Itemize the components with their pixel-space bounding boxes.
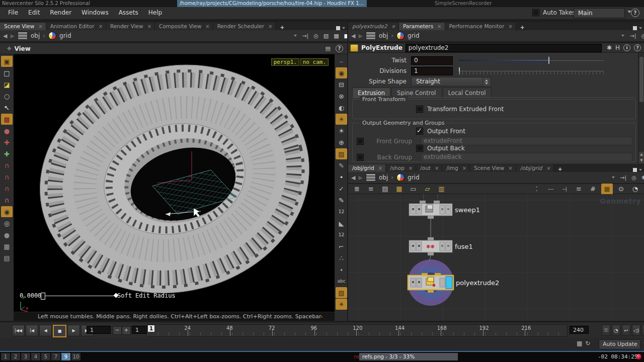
headlight-icon[interactable]: ☀: [336, 125, 347, 136]
layout-nodes-icon[interactable]: ≡: [573, 184, 585, 195]
back-icon[interactable]: ◀: [351, 174, 355, 181]
workspace-button-10[interactable]: 10: [71, 353, 80, 360]
node-fuse1[interactable]: ✱✱ fuse1: [409, 237, 473, 255]
close-tab-icon[interactable]: ×: [462, 164, 466, 172]
menu-assets[interactable]: Assets: [119, 9, 138, 16]
stop-button[interactable]: ■: [53, 325, 66, 337]
jump-to-start-button[interactable]: |◀◀: [12, 325, 25, 336]
grid-snap-icon[interactable]: #: [587, 184, 599, 195]
menu-edit[interactable]: Edit: [28, 9, 40, 16]
taskbar-window-button[interactable]: refs.png - 3/3 - 33%: [359, 353, 458, 360]
breadcrumb-obj[interactable]: obj: [31, 32, 40, 39]
breadcrumb-obj[interactable]: obj: [379, 174, 388, 181]
layout-options-icon[interactable]: ▤: [325, 45, 332, 52]
grid-node-icon[interactable]: [396, 32, 405, 40]
workspace-button-5[interactable]: 5: [41, 353, 50, 360]
take-selector[interactable]: Main: [574, 8, 625, 18]
light-off-icon[interactable]: ⊗: [336, 90, 347, 102]
snap-grid-tool-icon[interactable]: ∩: [1, 160, 13, 171]
menu-file[interactable]: File: [8, 9, 18, 16]
pen-display-icon[interactable]: ✎: [336, 195, 347, 206]
auto-takes-checkbox[interactable]: [532, 9, 539, 16]
pane-menu-icon[interactable]: [639, 169, 642, 171]
obj-context-icon[interactable]: [366, 32, 376, 40]
divisions-slider[interactable]: [459, 67, 604, 74]
snap-magnet-tool-icon[interactable]: ∩: [1, 195, 13, 206]
new-tab-button[interactable]: +: [276, 24, 288, 30]
back-group-enable-checkbox[interactable]: [357, 154, 364, 161]
workspace-button-3[interactable]: 3: [21, 353, 30, 360]
select-arrow-tool-icon[interactable]: ↖: [1, 102, 13, 113]
forward-icon[interactable]: ▶: [10, 33, 14, 39]
twist-slider[interactable]: [459, 57, 604, 64]
pane-maximize-icon[interactable]: [633, 168, 637, 172]
pane-maximize-icon[interactable]: [336, 26, 340, 30]
visibility-eye-icon[interactable]: ◉: [336, 67, 347, 78]
image-plane-icon[interactable]: ▧: [336, 287, 347, 298]
output-front-row[interactable]: Output Front: [416, 128, 465, 135]
viewport-3d[interactable]: persp1. no cam. 0.0000 Soft Edit Radius …: [14, 54, 335, 312]
pane-maximize-icon[interactable]: [633, 26, 637, 30]
move-tool-icon[interactable]: ✚: [1, 148, 13, 159]
group-select-icon[interactable]: ∴: [336, 252, 347, 263]
forward-icon[interactable]: ▶: [358, 174, 362, 181]
workspace-button-7[interactable]: 7: [51, 353, 60, 360]
output-back-row[interactable]: Output Back: [416, 145, 465, 152]
close-tab-icon[interactable]: ×: [38, 23, 42, 30]
pin-pane-icon[interactable]: →|: [301, 33, 309, 39]
memory-icon[interactable]: ▦: [577, 340, 582, 347]
pane-menu-icon[interactable]: [342, 27, 345, 29]
pane-scroll-handle[interactable]: ‒: [336, 56, 347, 67]
shade-cube-icon[interactable]: ▩: [333, 33, 340, 39]
profile-curve-icon[interactable]: ⌐: [336, 241, 347, 252]
current-frame-field[interactable]: 1: [87, 326, 111, 334]
auto-takes-toggle[interactable]: Auto Takes: [532, 9, 576, 16]
tab-obj-grid[interactable]: /obj/grid×: [348, 164, 386, 172]
info-icon[interactable]: i: [623, 44, 630, 51]
export-range-icon[interactable]: ▼: [642, 325, 644, 336]
path-dropdown-icon[interactable]: [294, 35, 297, 37]
find-node-icon[interactable]: ⊙: [615, 184, 627, 195]
close-tab-icon[interactable]: ×: [205, 23, 209, 30]
previous-frame-button[interactable]: |◀: [26, 325, 38, 336]
tab-parameters[interactable]: Parameters×: [399, 23, 445, 30]
playback-options-icon[interactable]: ◔: [612, 325, 620, 336]
node-polyextrude2[interactable]: polyextrude2: [408, 259, 499, 306]
close-tab-icon[interactable]: ×: [546, 164, 550, 172]
display-flag[interactable]: [446, 277, 452, 289]
paint-select-tool-icon[interactable]: ●: [1, 125, 13, 136]
close-tab-icon[interactable]: ×: [508, 23, 512, 30]
close-tab-icon[interactable]: ×: [437, 23, 441, 30]
point-display-icon[interactable]: •: [336, 171, 347, 183]
breadcrumb-grid[interactable]: grid: [408, 32, 420, 39]
breadcrumb-grid[interactable]: grid: [408, 174, 420, 181]
pane-menu-icon[interactable]: [639, 27, 642, 29]
isolate-icon[interactable]: ◎: [640, 33, 644, 39]
tab-out[interactable]: /out×: [416, 164, 442, 172]
params-scrollbar[interactable]: ▲▼: [638, 53, 644, 164]
select-points-tool-icon[interactable]: ▣: [1, 56, 13, 67]
thumbnail-view-icon[interactable]: ▤: [379, 184, 391, 195]
overview-map-icon[interactable]: ■: [601, 184, 613, 195]
tab-scene-view[interactable]: Scene View×: [0, 23, 46, 30]
tab-animation-editor[interactable]: Animation Editor×: [46, 23, 106, 30]
transform-extruded-front-row[interactable]: Transform Extruded Front: [416, 106, 504, 113]
close-tab-icon[interactable]: ×: [99, 23, 103, 30]
breadcrumb-grid[interactable]: grid: [59, 32, 71, 39]
frame-increment-button[interactable]: +: [122, 326, 131, 335]
floor-toggle-icon[interactable]: ▤: [1, 252, 13, 263]
path-dropdown-icon[interactable]: [612, 176, 615, 178]
transform-extruded-front-checkbox[interactable]: [416, 106, 423, 113]
output-back-checkbox[interactable]: [416, 145, 423, 152]
pin-pane-icon[interactable]: →|: [628, 33, 637, 39]
refresh-icon[interactable]: ↻: [585, 340, 590, 347]
snap-point-tool-icon[interactable]: ∩: [1, 183, 13, 194]
back-icon[interactable]: ◀: [3, 33, 7, 39]
pin-pane-icon[interactable]: →|: [619, 174, 627, 181]
play-button[interactable]: ▶: [67, 325, 80, 336]
twist-field[interactable]: 0: [411, 56, 453, 65]
tab-composite-view[interactable]: Composite View×: [155, 23, 213, 30]
shade-hand-icon[interactable]: ✎: [336, 160, 347, 171]
help-icon[interactable]: ?: [631, 9, 639, 17]
breadcrumb-obj[interactable]: obj: [379, 32, 388, 39]
